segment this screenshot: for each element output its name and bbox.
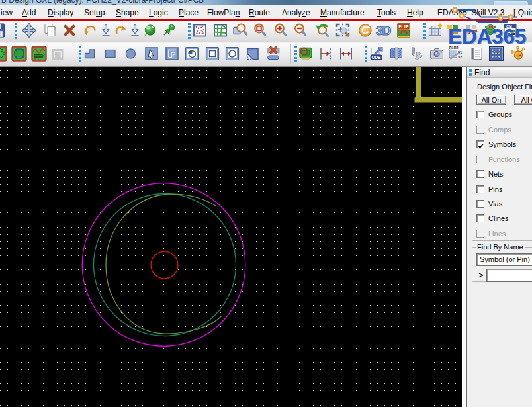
svg-text:3D: 3D (376, 24, 391, 38)
svg-text:V1: V1 (458, 50, 462, 54)
svg-text:FLIP: FLIP (398, 24, 409, 29)
svg-text:TP: TP (515, 53, 521, 58)
svg-text:ODB: ODB (371, 55, 380, 60)
svg-text:R1R2: R1R2 (449, 46, 458, 50)
svg-text:V2: V2 (458, 55, 462, 59)
